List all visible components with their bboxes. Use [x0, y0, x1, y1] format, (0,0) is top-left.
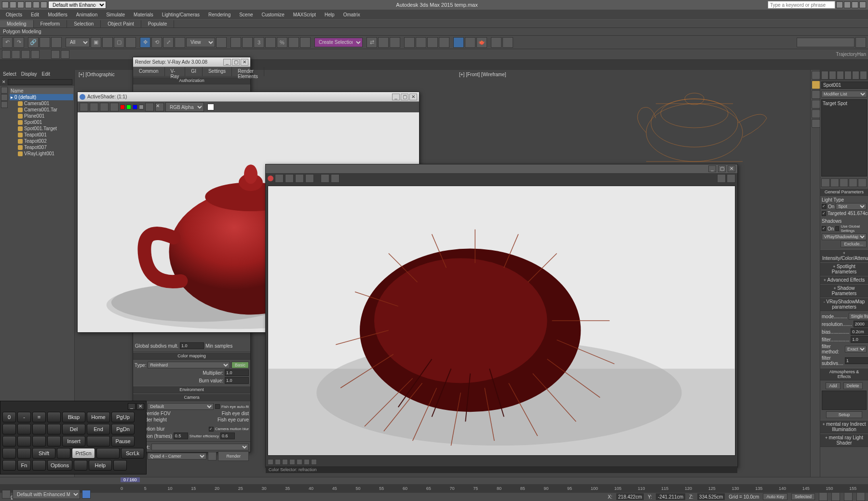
key-blank[interactable] — [47, 424, 61, 434]
place-button[interactable] — [175, 37, 185, 48]
key-blank[interactable] — [17, 448, 31, 459]
scene-item[interactable]: Teapot001 — [10, 132, 73, 138]
scene-menu-select[interactable]: Select — [3, 71, 16, 77]
modifier-stack[interactable]: Target Spot — [821, 99, 867, 176]
delete-atmos-button[interactable]: Delete — [843, 382, 863, 389]
rollout-mr-shader[interactable]: + mental ray Light Shader — [820, 433, 868, 447]
motion-tab-icon[interactable] — [812, 100, 820, 108]
tab-gi[interactable]: GI — [185, 67, 203, 76]
kb-minimize-button[interactable]: _ — [128, 403, 136, 410]
open-icon[interactable] — [17, 1, 24, 8]
selected-filter-button[interactable]: Selected — [791, 493, 815, 500]
duration-input[interactable] — [174, 433, 188, 439]
scene-display-icon[interactable] — [1, 101, 8, 108]
workspace-combo[interactable]: Default with Enhance — [48, 1, 106, 9]
scene-item[interactable]: Spot001 — [10, 119, 73, 125]
minimize-button[interactable]: _ — [708, 165, 716, 172]
vfb-footer-icon[interactable] — [282, 459, 288, 465]
filter-subdivs-input[interactable] — [845, 357, 868, 364]
red-channel-icon[interactable] — [120, 105, 125, 109]
snap-button[interactable]: 3 — [254, 37, 264, 48]
key-blank[interactable] — [32, 424, 46, 434]
scene-type-icon[interactable] — [1, 94, 8, 101]
camera-mb-checkbox[interactable] — [209, 427, 214, 432]
named-selection-combo[interactable]: Create Selection Se — [314, 38, 363, 47]
scene-menu-display[interactable]: Display — [21, 71, 37, 77]
panel-tab-icon[interactable] — [860, 71, 867, 80]
pivot-button[interactable] — [216, 37, 227, 48]
rollout-shadow-params[interactable]: + Shadow Parameters — [820, 284, 868, 298]
coord-y-value[interactable]: -241.211cm — [656, 493, 685, 500]
exclude-button[interactable]: Exclude... — [841, 241, 867, 247]
workspace-combo-footer[interactable]: Default with Enhanced Mel — [13, 489, 80, 499]
vfb-settings-icon[interactable] — [717, 174, 726, 183]
scene-filter-icon[interactable] — [1, 87, 8, 94]
shadows-on-checkbox[interactable] — [822, 226, 826, 231]
panel-tab-icon[interactable] — [852, 71, 859, 80]
key-blank[interactable] — [96, 448, 120, 459]
coord-x-value[interactable]: 218.422cm — [616, 493, 644, 500]
global-subdivs-input[interactable] — [180, 342, 204, 349]
colormap-type-combo[interactable]: Reinhard — [148, 362, 230, 368]
key-end[interactable]: End — [87, 424, 110, 434]
key-insert[interactable]: Insert — [62, 436, 85, 447]
hierarchy-tab-icon[interactable] — [812, 90, 820, 99]
nav-button[interactable] — [844, 492, 853, 501]
rendered-frame-button[interactable] — [465, 37, 475, 48]
maximize-icon[interactable] — [852, 1, 858, 8]
lock-view-icon[interactable] — [208, 452, 217, 460]
key-blank[interactable] — [74, 460, 87, 471]
menu-simulate[interactable]: Simulate — [102, 11, 129, 18]
key-blank[interactable] — [17, 424, 31, 434]
help-search-input[interactable] — [768, 1, 835, 9]
vfb-footer-icon[interactable] — [311, 459, 317, 465]
bias-input[interactable] — [851, 328, 868, 335]
burn-input[interactable] — [225, 377, 249, 384]
vfb-footer-icon[interactable] — [289, 459, 295, 465]
configure-icon[interactable] — [858, 178, 867, 187]
fisheye-auto-checkbox[interactable] — [215, 404, 220, 409]
kb-close-button[interactable]: ✕ — [136, 403, 144, 410]
ribbon-tab-objectpaint[interactable]: Object Paint — [101, 20, 141, 27]
bind-button[interactable] — [51, 37, 62, 48]
select-region-button[interactable]: ▢ — [114, 37, 124, 48]
record-icon[interactable] — [268, 176, 273, 181]
vfb-tool-icon[interactable] — [321, 174, 329, 183]
key-del[interactable]: Del — [62, 424, 85, 434]
panel-tab-icon[interactable] — [844, 71, 852, 80]
keyboard-shortcut-button[interactable] — [242, 37, 253, 48]
menu-help[interactable]: Help — [321, 11, 339, 18]
close-icon[interactable] — [859, 1, 866, 8]
key-fn[interactable]: Fn — [17, 460, 31, 471]
scene-item[interactable]: Spot001.Target — [10, 125, 73, 132]
pin-stack-icon[interactable] — [821, 178, 830, 187]
scene-item[interactable]: Plane001 — [10, 113, 73, 119]
menu-customize[interactable]: Customize — [258, 11, 288, 18]
menu-modifiers[interactable]: Modifiers — [44, 11, 71, 18]
menu-rendering[interactable]: Rendering — [204, 11, 234, 18]
align-button[interactable] — [378, 37, 389, 48]
rollout-spotlight[interactable]: + Spotlight Parameters — [820, 262, 868, 276]
vfb-tool-icon[interactable] — [295, 174, 304, 183]
ribbon-tab-freeform[interactable]: Freeform — [34, 20, 68, 27]
layer-manager-button[interactable] — [61, 50, 69, 59]
key-bksp[interactable]: Bksp — [62, 412, 85, 422]
camera-type-combo[interactable]: Default — [148, 403, 214, 410]
redo-button[interactable]: ↷ — [14, 37, 24, 48]
app-icon[interactable] — [2, 1, 9, 8]
key-blank[interactable] — [57, 448, 70, 459]
workspace-lock-icon[interactable] — [82, 490, 91, 499]
undo-button[interactable]: ↶ — [2, 37, 13, 48]
area-render-icon[interactable] — [80, 103, 88, 111]
alpha-channel-icon[interactable] — [139, 105, 144, 109]
scene-root[interactable]: ▸0 (default) — [10, 94, 73, 100]
close-button[interactable]: ✕ — [241, 59, 248, 66]
key-equals[interactable]: = — [32, 412, 46, 422]
time-ruler[interactable]: 0510152025303540455055606570758085909510… — [0, 484, 868, 493]
axis-z-button[interactable] — [21, 50, 30, 59]
preset-combo[interactable] — [151, 444, 249, 450]
key-shift[interactable]: Shift — [32, 448, 55, 459]
create-tab-icon[interactable] — [812, 71, 820, 80]
key-blank[interactable] — [113, 460, 127, 471]
vfb-footer-icon[interactable] — [275, 459, 281, 465]
